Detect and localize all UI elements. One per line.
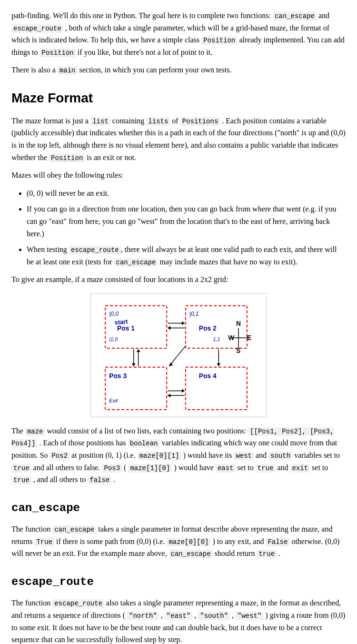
- escape-route-heading: escape_route: [11, 573, 346, 591]
- code-escape-route-rule: escape_route: [69, 246, 121, 254]
- code-can-escape-intro: can_escape: [273, 12, 317, 20]
- code-escape-route-intro: escape_route: [11, 24, 63, 33]
- code-north-er: "north": [127, 612, 159, 620]
- svg-text:N: N: [236, 320, 241, 327]
- svg-text:Pos 4: Pos 4: [199, 372, 217, 380]
- code-pos3: Pos3: [102, 464, 122, 473]
- maze-rule-3: When testing escape_route, there will al…: [27, 243, 346, 268]
- svg-text:|0,1: |0,1: [189, 311, 199, 317]
- code-maze-10: maze[1][0]: [128, 464, 172, 473]
- code-can-escape-rule: can_escape: [114, 258, 158, 267]
- code-position-mf: Position: [49, 154, 85, 162]
- svg-text:Pos 1: Pos 1: [117, 324, 135, 332]
- code-east-er: "east": [165, 612, 192, 620]
- maze-rule-1: (0, 0) will never be an exit.: [27, 187, 346, 200]
- code-west-er: "west": [236, 612, 263, 620]
- svg-text:E: E: [247, 334, 251, 342]
- code-pos2: Pos2: [50, 452, 69, 460]
- code-escape-route-er: escape_route: [52, 599, 104, 608]
- maze-diagram-container: |0,0 Pos 1 |1,0 start |0,1 Pos 2 1,1 Pos…: [11, 293, 346, 417]
- code-true3-mf: true: [11, 476, 31, 484]
- intro-para2: There is also a main section, in which y…: [11, 64, 346, 76]
- can-escape-para1: The function can_escape takes a single p…: [11, 523, 346, 560]
- maze-diagram: |0,0 Pos 1 |1,0 start |0,1 Pos 2 1,1 Pos…: [90, 293, 267, 417]
- code-main-intro: main: [58, 66, 78, 75]
- svg-text:Pos 3: Pos 3: [109, 372, 127, 380]
- maze-rules-list: (0, 0) will never be an exit. If you can…: [27, 187, 346, 268]
- svg-text:Exit: Exit: [109, 398, 118, 403]
- code-can-escape-ce: can_escape: [52, 525, 96, 534]
- intro-para1: path-finding. We'll do this one in Pytho…: [11, 10, 346, 58]
- maze-svg: |0,0 Pos 1 |1,0 start |0,1 Pos 2 1,1 Pos…: [91, 294, 266, 417]
- svg-text:start: start: [114, 318, 129, 326]
- code-true-ce: True: [34, 538, 54, 546]
- svg-text:|0,0: |0,0: [109, 311, 119, 317]
- code-can-escape-ce2: can_escape: [169, 550, 213, 558]
- can-escape-heading: can_escape: [11, 499, 346, 517]
- code-position-intro2: Position: [40, 49, 76, 57]
- code-position-intro: Position: [201, 36, 237, 45]
- code-true2-mf: true: [256, 464, 276, 473]
- code-maze: maze: [25, 427, 45, 436]
- code-west: west: [234, 452, 254, 460]
- code-lists: lists: [146, 117, 170, 126]
- maze-format-para2: Mazes will obey the following rules:: [11, 169, 346, 181]
- maze-format-para1: The maze format is just a list containin…: [11, 115, 346, 163]
- code-exit-mf: exit: [290, 464, 310, 473]
- maze-format-heading: Maze Format: [11, 88, 346, 109]
- escape-route-para1: The function escape_route also takes a s…: [11, 597, 346, 644]
- maze-rule-2: If you can go in a direction from one lo…: [27, 203, 346, 240]
- code-positions: Positions: [180, 117, 220, 126]
- svg-text:|1,0: |1,0: [109, 336, 118, 342]
- svg-text:S: S: [236, 347, 240, 354]
- code-true-mf: true: [11, 464, 31, 473]
- code-true2-ce: true: [257, 550, 277, 558]
- code-south-mf: south: [268, 452, 292, 460]
- code-east-mf: east: [216, 464, 236, 473]
- maze-format-para4: The maze would consist of a list of two …: [11, 425, 346, 486]
- code-boolean: boolean: [128, 439, 160, 448]
- code-false-mf: false: [88, 476, 111, 484]
- svg-text:1,1: 1,1: [213, 336, 220, 342]
- code-maze-00-ce: maze[0][0]: [167, 538, 210, 546]
- code-false-ce: False: [266, 538, 289, 546]
- code-south-er: "south": [198, 612, 230, 620]
- code-list: list: [90, 117, 110, 126]
- maze-format-para3: To give an example, if a maze consisted …: [11, 273, 346, 286]
- code-maze-01: maze[0][1]: [138, 452, 181, 460]
- svg-text:Pos 2: Pos 2: [199, 324, 217, 332]
